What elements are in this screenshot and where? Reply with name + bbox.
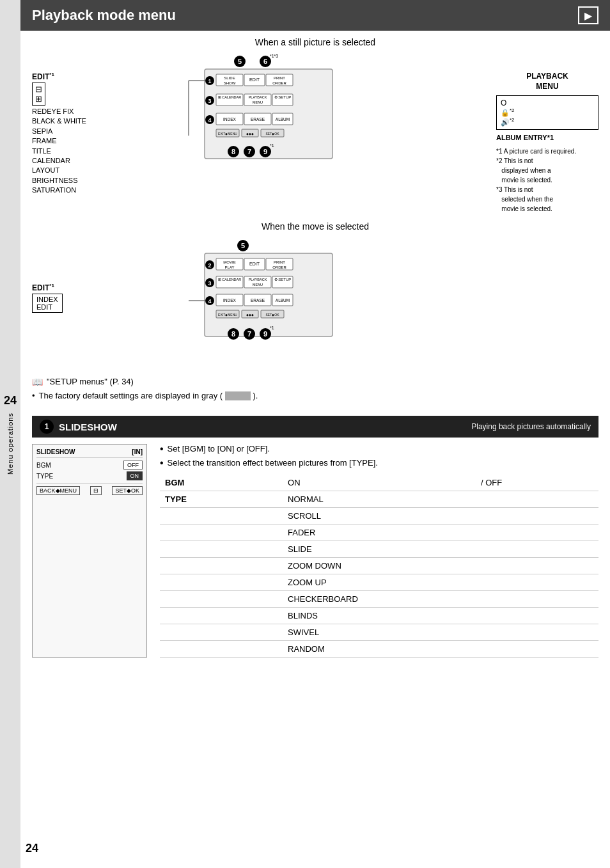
svg-text:3: 3 <box>208 98 211 104</box>
svg-text:*1*3: *1*3 <box>270 54 278 58</box>
playback-icon: ▶ <box>578 6 598 24</box>
still-subtitle: When a still picture is selected <box>32 37 598 47</box>
bullet-dot-1: • <box>160 444 164 454</box>
page-sidebar: 24 Menu operations <box>0 0 20 868</box>
svg-text:EXIT◆MENU: EXIT◆MENU <box>218 313 237 317</box>
black-white: BLACK & WHITE <box>32 116 109 126</box>
svg-text:5: 5 <box>238 58 242 65</box>
left-labels: EDIT*1 ⊟ ⊞ REDEYE FIX BLACK & WHITE SEPI… <box>32 52 109 214</box>
slideshow-subtitle: Playing back pictures automatically <box>471 422 591 431</box>
svg-text:ALBUM: ALBUM <box>276 117 290 122</box>
table-cell-random-3 <box>476 641 598 658</box>
table-row: SLIDE <box>160 541 598 558</box>
svg-text:*1: *1 <box>270 143 274 148</box>
edit2-group: EDIT*1 INDEXEDIT <box>32 256 109 313</box>
ss-type-label: TYPE <box>36 473 53 480</box>
slideshow-screen: SLIDESHOW [IN] BGM OFF TYPE ON BACK◆MENU… <box>32 444 147 658</box>
bullet-dot-2: • <box>160 458 164 468</box>
main-content: Playback mode menu ▶ When a still pictur… <box>20 0 610 658</box>
table-cell-zoomdown-3 <box>476 558 598 574</box>
svg-text:8: 8 <box>231 148 235 155</box>
table-cell-slide: SLIDE <box>283 541 476 558</box>
table-cell-empty1 <box>160 508 283 525</box>
right-info: PLAYBACKMENU O 🔒*2 🔊*2 ALBUM ENTRY*1 *1 … <box>496 52 598 214</box>
ss-bgm-label: BGM <box>36 462 51 469</box>
svg-text:7: 7 <box>247 148 251 155</box>
edit2-label: EDIT*1 <box>32 283 109 292</box>
svg-text:PLAYBACK: PLAYBACK <box>249 95 267 99</box>
svg-text:8: 8 <box>231 330 235 338</box>
page-num-bottom: 24 <box>26 842 38 855</box>
playback-menu-label: PLAYBACKMENU <box>496 72 598 91</box>
slideshow-title: SLIDESHOW <box>59 422 117 432</box>
bullet-2: • Select the transition effect between p… <box>160 458 598 468</box>
page-header: Playback mode menu ▶ <box>20 0 610 31</box>
table-cell-random: RANDOM <box>283 641 476 658</box>
edit-group: EDIT*1 ⊟ ⊞ REDEYE FIX BLACK & WHITE SEPI… <box>32 72 109 196</box>
still-diagram-container: EDIT*1 ⊟ ⊞ REDEYE FIX BLACK & WHITE SEPI… <box>32 52 598 214</box>
note-1: *1 A picture card is required. <box>496 146 598 156</box>
svg-text:MOVIE: MOVIE <box>223 260 235 264</box>
info-section: 📖 "SETUP menus" (P. 34) • The factory de… <box>20 372 610 410</box>
svg-text:EDIT: EDIT <box>249 262 260 266</box>
table-cell-fader: FADER <box>283 525 476 541</box>
note-3: *3 This is not selected when the movie i… <box>496 185 598 214</box>
sepia: SEPIA <box>32 127 109 136</box>
table-row: TYPE NORMAL <box>160 491 598 508</box>
table-cell-swivel-3 <box>476 624 598 641</box>
album-entry-label: ALBUM ENTRY*1 <box>496 134 598 141</box>
sidebar-label: Menu operations <box>6 413 14 475</box>
table-row: ZOOM UP <box>160 574 598 591</box>
sidebar-page-num: 24 <box>4 394 17 407</box>
bullet-dot: • <box>32 391 35 400</box>
svg-text:9: 9 <box>263 330 267 338</box>
movie-right-spacer <box>496 237 598 358</box>
table-row: ZOOM DOWN <box>160 558 598 574</box>
slideshow-header-left: 1 SLIDESHOW <box>40 420 117 434</box>
layout: LAYOUT <box>32 166 109 175</box>
svg-text:SLIDE: SLIDE <box>224 76 235 80</box>
table-cell-on: ON <box>283 475 476 491</box>
table-cell-swivel: SWIVEL <box>283 624 476 641</box>
table-cell-empty3 <box>160 541 283 558</box>
table-row: BLINDS <box>160 608 598 624</box>
svg-text:SHOW: SHOW <box>224 81 236 85</box>
svg-text:⚙ SETUP: ⚙ SETUP <box>274 95 292 99</box>
svg-text:EDIT: EDIT <box>249 77 260 82</box>
svg-text:6: 6 <box>263 58 267 65</box>
table-cell-empty6 <box>160 591 283 608</box>
svg-text:9: 9 <box>263 148 267 155</box>
svg-text:4: 4 <box>208 117 211 123</box>
slideshow-section: 1 SLIDESHOW Playing back pictures automa… <box>32 416 598 658</box>
svg-text:ALBUM: ALBUM <box>276 298 290 303</box>
table-cell-scroll: SCROLL <box>283 508 476 525</box>
svg-text:PLAY: PLAY <box>225 265 235 269</box>
movie-subtitle: When the move is selected <box>32 221 598 232</box>
table-cell-fader-3 <box>476 525 598 541</box>
svg-text:*1: *1 <box>270 326 274 330</box>
ss-bgm-row: BGM OFF <box>36 461 143 470</box>
book-icon: 📖 <box>32 377 43 387</box>
svg-text:ORDER: ORDER <box>272 81 286 85</box>
svg-text:SET◆OK: SET◆OK <box>266 132 280 136</box>
svg-text:5: 5 <box>241 242 245 249</box>
ss-title-right: [IN] <box>132 448 143 455</box>
table-cell-checker-3 <box>476 591 598 608</box>
svg-text:MENU: MENU <box>253 283 263 287</box>
ss-type-row: TYPE ON <box>36 471 143 480</box>
svg-text:INDEX: INDEX <box>223 117 237 122</box>
table-cell-scroll-3 <box>476 508 598 525</box>
svg-text:ERASE: ERASE <box>251 117 265 122</box>
table-cell-blinds: BLINDS <box>283 608 476 624</box>
movie-diagram-container: EDIT*1 INDEXEDIT 5 2 MOVIE PLAY <box>32 237 598 358</box>
table-row: SWIVEL <box>160 624 598 641</box>
edit-icons: ⊟ ⊞ <box>32 83 45 106</box>
svg-text:PLAYBACK: PLAYBACK <box>249 278 267 281</box>
table-cell-checkerboard: CHECKERBOARD <box>283 591 476 608</box>
diagram-section: When a still picture is selected EDIT*1 … <box>20 31 610 372</box>
title: TITLE <box>32 146 109 156</box>
options-table: BGM ON / OFF TYPE NORMAL SCROLL <box>160 475 598 658</box>
svg-text:MENU: MENU <box>253 100 263 104</box>
calendar: CALENDAR <box>32 156 109 166</box>
ss-type-on: ON <box>127 471 143 480</box>
